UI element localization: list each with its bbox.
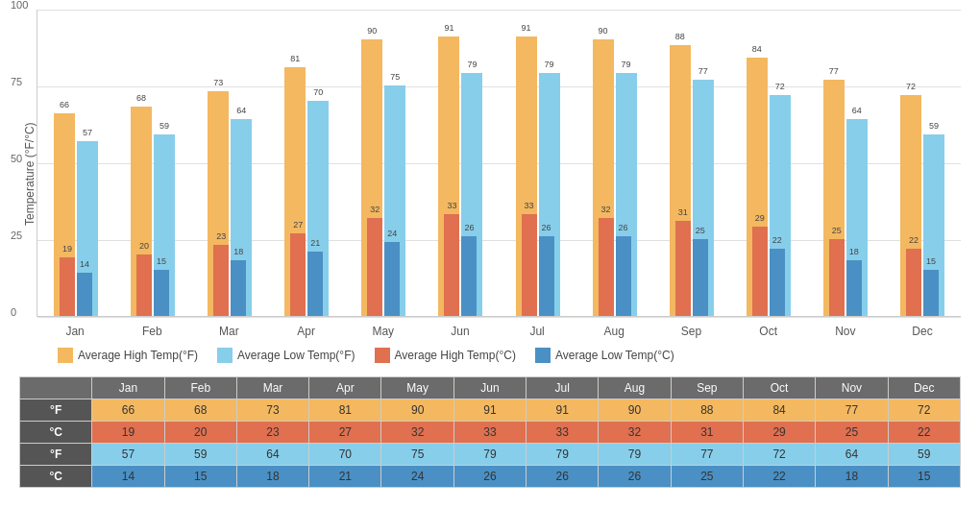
grid-label: 0 bbox=[11, 306, 16, 318]
bars-wrapper: 9079 bbox=[576, 39, 653, 316]
bar-col: 90 bbox=[593, 39, 614, 316]
table-cell: 22 bbox=[743, 466, 815, 488]
table-cell: 25 bbox=[671, 466, 743, 488]
grid-label: 75 bbox=[11, 76, 22, 87]
x-axis-label: Jul bbox=[499, 321, 576, 338]
bar-top-label: 64 bbox=[231, 106, 252, 115]
grid-label: 100 bbox=[11, 0, 28, 11]
chart-plot: 0255075100665719146859201573642318817027… bbox=[37, 10, 961, 317]
table-cell: 26 bbox=[527, 466, 599, 488]
bar-top-label: 68 bbox=[131, 93, 152, 103]
chart-inner: 0255075100665719146859201573642318817027… bbox=[37, 10, 961, 338]
bar-top-label: 72 bbox=[900, 82, 921, 91]
bar-col: 73 bbox=[208, 91, 229, 316]
bar-col: 88 bbox=[670, 45, 691, 316]
table-cell: 72 bbox=[888, 399, 960, 422]
bar-top-label: 79 bbox=[461, 60, 482, 69]
bar: 64 bbox=[231, 119, 252, 316]
bar-top-label: 66 bbox=[54, 100, 75, 109]
legend-label: Average High Temp(°C) bbox=[395, 349, 516, 362]
legend-label: Average High Temp(°F) bbox=[78, 349, 198, 362]
table-cell: 19 bbox=[92, 422, 164, 444]
table-cell: 27 bbox=[309, 422, 381, 444]
table-cell: 77 bbox=[671, 444, 743, 466]
bar-col: 79 bbox=[461, 73, 482, 316]
x-axis-label: Feb bbox=[113, 321, 190, 338]
table-cell: 68 bbox=[164, 399, 236, 422]
bar: 81 bbox=[284, 67, 306, 316]
table-header: May bbox=[381, 377, 453, 399]
bars-wrapper: 7259 bbox=[884, 95, 961, 316]
bar-top-label: 90 bbox=[593, 26, 614, 36]
chart-container: Temperature (°F/°C) 02550751006657191468… bbox=[0, 0, 980, 488]
table-cell: 57 bbox=[92, 444, 164, 466]
bar: 91 bbox=[438, 36, 459, 316]
bars-wrapper: 9179 bbox=[422, 36, 499, 316]
bars-wrapper: 9179 bbox=[499, 36, 576, 316]
bar-col: 91 bbox=[516, 36, 537, 316]
bar-col: 77 bbox=[823, 80, 845, 316]
bar-top-label: 79 bbox=[539, 60, 560, 69]
bar-top-label: 88 bbox=[670, 32, 691, 41]
table-cell: 20 bbox=[164, 422, 236, 444]
table-cell: 72 bbox=[743, 444, 815, 466]
bar-col: 79 bbox=[539, 73, 560, 316]
table-cell: 91 bbox=[453, 399, 526, 422]
bar-top-label: 59 bbox=[923, 121, 944, 131]
legend-label: Average Low Temp(°C) bbox=[555, 349, 674, 362]
month-group: 73642318 bbox=[191, 10, 268, 316]
chart-legend: Average High Temp(°F)Average Low Temp(°F… bbox=[19, 338, 961, 373]
x-axis-label: Jan bbox=[37, 321, 113, 338]
bar: 59 bbox=[154, 134, 175, 316]
table-cell: 79 bbox=[527, 444, 599, 466]
month-group: 91793326 bbox=[422, 10, 499, 316]
legend-color-box bbox=[535, 348, 551, 363]
x-axis: JanFebMarAprMayJunJulAugSepOctNovDec bbox=[37, 321, 961, 338]
table-header: Apr bbox=[309, 377, 381, 399]
table-cell: 79 bbox=[453, 444, 526, 466]
legend-item: Average Low Temp(°C) bbox=[535, 348, 674, 363]
table-header: Aug bbox=[599, 377, 671, 399]
bar-top-label: 72 bbox=[770, 82, 791, 91]
table-row-label: °F bbox=[20, 399, 92, 422]
bars-wrapper: 8170 bbox=[268, 67, 345, 316]
bar-top-label: 79 bbox=[616, 60, 637, 69]
table-cell: 84 bbox=[743, 399, 815, 422]
x-axis-label: Dec bbox=[884, 321, 961, 338]
x-axis-label: Sep bbox=[652, 321, 729, 338]
table-row-label: °F bbox=[20, 444, 92, 466]
bar: 73 bbox=[208, 91, 229, 316]
bar-col: 79 bbox=[616, 73, 637, 316]
table-header: Jun bbox=[453, 377, 526, 399]
month-group: 90753224 bbox=[345, 10, 422, 316]
bar: 90 bbox=[593, 39, 614, 316]
table-header bbox=[20, 377, 92, 399]
month-group: 72592215 bbox=[884, 10, 961, 316]
bar-col: 66 bbox=[54, 113, 75, 316]
month-group: 77642518 bbox=[807, 10, 884, 316]
bar: 59 bbox=[923, 134, 944, 316]
bars-wrapper: 7364 bbox=[191, 91, 268, 316]
bar: 79 bbox=[461, 73, 482, 316]
table-cell: 77 bbox=[816, 399, 888, 422]
table-cell: 14 bbox=[92, 466, 164, 488]
table-cell: 23 bbox=[236, 422, 308, 444]
bars-wrapper: 8472 bbox=[730, 58, 807, 316]
month-group: 91793326 bbox=[499, 10, 576, 316]
table-row: °F575964707579797977726459 bbox=[20, 444, 961, 466]
bar-top-label: 75 bbox=[384, 72, 405, 82]
table-cell: 75 bbox=[381, 444, 453, 466]
bar: 57 bbox=[77, 141, 98, 316]
table-cell: 70 bbox=[309, 444, 381, 466]
table-header: Nov bbox=[816, 377, 888, 399]
bar-top-label: 84 bbox=[747, 44, 768, 54]
table-cell: 21 bbox=[309, 466, 381, 488]
bar: 79 bbox=[539, 73, 560, 316]
table-header: Dec bbox=[888, 377, 960, 399]
table-cell: 29 bbox=[743, 422, 815, 444]
bar-col: 84 bbox=[747, 58, 768, 316]
x-axis-label: Apr bbox=[268, 321, 345, 338]
month-group: 66571914 bbox=[37, 10, 114, 316]
table-row-label: °C bbox=[20, 422, 92, 444]
bar-col: 64 bbox=[231, 119, 252, 316]
